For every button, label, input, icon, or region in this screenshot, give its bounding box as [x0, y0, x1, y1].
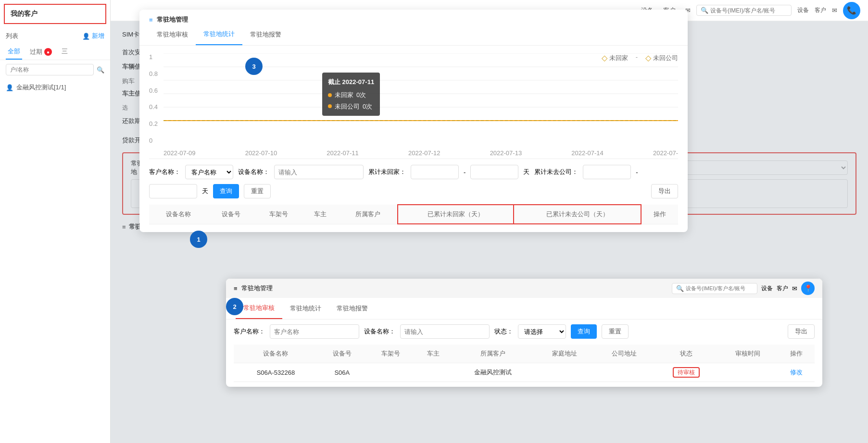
- filter-home-from[interactable]: [411, 165, 459, 179]
- card2-customer-label: 客户名称：: [234, 327, 265, 336]
- tab-three[interactable]: 三: [60, 44, 70, 60]
- tab-audit[interactable]: 常驻地审核: [149, 25, 196, 45]
- card2-customer-btn[interactable]: 客户: [777, 284, 788, 293]
- card2-status-select[interactable]: 请选择: [518, 324, 566, 339]
- export-btn-main[interactable]: 导出: [651, 184, 678, 198]
- card2-search: 🔍: [672, 283, 757, 294]
- table-row: S06A-532268 S06A 金融风控测试 待审核 修改: [234, 363, 815, 382]
- card2-location-btn[interactable]: 📍: [801, 282, 815, 295]
- tab-stats[interactable]: 常驻地统计: [196, 24, 242, 45]
- th-home-days: 已累计未回家（天）: [398, 205, 514, 224]
- card2-reset-btn[interactable]: 重置: [602, 324, 629, 339]
- card2-tab-stats[interactable]: 常驻地统计: [282, 298, 329, 319]
- tooltip-company: 未回公司 0次: [328, 101, 374, 112]
- c2-cell-owner: [415, 363, 452, 382]
- location-icon: 📍: [804, 284, 812, 292]
- filter-company-to[interactable]: [149, 184, 197, 198]
- query-btn-main[interactable]: 查询: [213, 184, 239, 198]
- filter-home-to[interactable]: [470, 165, 518, 179]
- tab-all[interactable]: 全部: [6, 44, 22, 60]
- reset-btn-main[interactable]: 重置: [244, 184, 271, 198]
- sidebar-item-customer[interactable]: 👤 金融风控测试[1/1]: [0, 79, 110, 96]
- card2-status-label: 状态：: [494, 327, 513, 336]
- card2-device-input[interactable]: [400, 324, 490, 339]
- badge-1: 1: [190, 231, 207, 248]
- th-customer: 所属客户: [338, 205, 397, 224]
- tab-alert[interactable]: 常驻地报警: [242, 25, 289, 45]
- tooltip-home-dot: [328, 93, 332, 97]
- th-frame-no: 车架号: [255, 205, 302, 224]
- header-customer-btn[interactable]: 客户: [815, 6, 826, 14]
- card2-device-label: 设备名称：: [364, 327, 395, 336]
- expired-badge: ●: [44, 48, 52, 56]
- sidebar-search-input[interactable]: [6, 64, 94, 75]
- c2-cell-device-no: S06A: [318, 363, 366, 382]
- c2-cell-action[interactable]: 修改: [778, 363, 815, 382]
- card2-tabs: 常驻地审核 常驻地统计 常驻地报警: [226, 298, 822, 320]
- home-days-dash: -: [464, 169, 465, 176]
- c2-cell-status: 待审核: [654, 363, 718, 382]
- tooltip-company-dot: [328, 104, 332, 108]
- card2-title-area: ≡ 常驻地管理: [234, 284, 273, 293]
- add-icon: 👤: [82, 33, 90, 40]
- card2-customer-input[interactable]: [270, 324, 359, 339]
- sidebar-list-header: 列表 👤 新增: [0, 28, 110, 44]
- phone-icon-btn[interactable]: 📞: [843, 2, 860, 19]
- c2-th-frame-no: 车架号: [366, 345, 415, 363]
- y-axis: 1 0.8 0.6 0.4 0.2 0: [149, 53, 164, 144]
- header-search-icon: 🔍: [701, 7, 708, 14]
- card2-mail-icon[interactable]: ✉: [792, 285, 797, 292]
- card2-header-right: 🔍 设备 客户 ✉ 📍: [672, 282, 815, 295]
- search-icon[interactable]: 🔍: [97, 66, 104, 74]
- filter-device-input[interactable]: [274, 165, 364, 179]
- card2-query-btn[interactable]: 查询: [571, 324, 597, 339]
- card2-device-btn[interactable]: 设备: [761, 284, 773, 293]
- filter-home-unit: 天: [523, 168, 529, 176]
- c2-th-owner: 车主: [415, 345, 452, 363]
- c2-th-status: 状态: [654, 345, 718, 363]
- sidebar-tabs: 全部 过期 ● 三: [0, 44, 110, 60]
- card2-table-body: S06A-532268 S06A 金融风控测试 待审核 修改: [234, 363, 815, 382]
- th-company-days: 已累计未去公司（天）: [514, 205, 641, 224]
- card2-tab-alert[interactable]: 常驻地报警: [329, 298, 376, 319]
- c2-th-device-no: 设备号: [318, 345, 366, 363]
- c2-th-home-addr: 家庭地址: [535, 345, 595, 363]
- sidebar-search-row: 🔍: [0, 60, 110, 79]
- header-device-btn[interactable]: 设备: [797, 6, 809, 14]
- list-label: 列表: [6, 32, 18, 40]
- filter-customer-select[interactable]: 客户名称: [185, 165, 233, 179]
- card-title-icon: ≡: [149, 16, 153, 24]
- action-modify-link[interactable]: 修改: [790, 369, 803, 376]
- th-device-no: 设备号: [208, 205, 255, 224]
- phone-icon: 📞: [847, 6, 856, 15]
- filter-home-days-label: 累计未回家：: [368, 168, 406, 176]
- filter-customer-label: 客户名称：: [149, 168, 180, 176]
- c2-cell-review-time: [717, 363, 778, 382]
- filter-row-main: 客户名称： 客户名称 设备名称： 累计未回家： - 天 累计未去公司： - 天 …: [149, 165, 678, 198]
- card-main: ≡ 常驻地管理 常驻地审核 常驻地统计 常驻地报警 ◇ 未回家 - ◇ 未回公司: [139, 10, 688, 232]
- c2-cell-customer: 金融风控测试: [452, 363, 534, 382]
- card2-export-btn[interactable]: 导出: [788, 324, 815, 339]
- user-icon: 👤: [6, 84, 13, 91]
- card2-body: 客户名称： 设备名称： 状态： 请选择 查询 重置 导出 设备名称 设备号: [226, 320, 822, 387]
- filter-company-unit: 天: [202, 187, 208, 196]
- sidebar-title: 我的客户: [4, 4, 106, 24]
- header-search: 🔍: [696, 5, 792, 16]
- card2: ≡ 常驻地管理 🔍 设备 客户 ✉ 📍 常驻地审核 常驻地统计 常驻地报警: [226, 279, 822, 387]
- chart-tooltip: 截止 2022-07-11 未回家 0次 未回公司 0次: [322, 73, 380, 116]
- status-badge: 待审核: [673, 367, 700, 378]
- header-search-input[interactable]: [710, 7, 787, 14]
- chart-area: ◇ 未回家 - ◇ 未回公司 1 0.8 0.6 0.4 0.2: [149, 53, 678, 159]
- tab-expired[interactable]: 过期 ●: [28, 44, 54, 60]
- c2-cell-device-name: S06A-532268: [234, 363, 318, 382]
- main-content: 设备 客户 ✉ 🔍 设备 客户 ✉ 📞 SIM卡号码： ★ 用户到期： 2023…: [111, 0, 868, 443]
- filter-company-from[interactable]: [583, 165, 631, 179]
- c2-th-review-time: 审核时间: [717, 345, 778, 363]
- add-new-btn[interactable]: 👤 新增: [82, 32, 104, 40]
- sidebar: 我的客户 列表 👤 新增 全部 过期 ● 三 🔍 👤 金融风控测试[1/1]: [0, 0, 111, 443]
- filter-device-label: 设备名称：: [238, 168, 269, 176]
- chart-svg: [164, 53, 678, 135]
- th-device-name: 设备名称: [149, 205, 208, 224]
- mail-icon[interactable]: ✉: [832, 7, 837, 14]
- card2-search-input[interactable]: [686, 285, 753, 291]
